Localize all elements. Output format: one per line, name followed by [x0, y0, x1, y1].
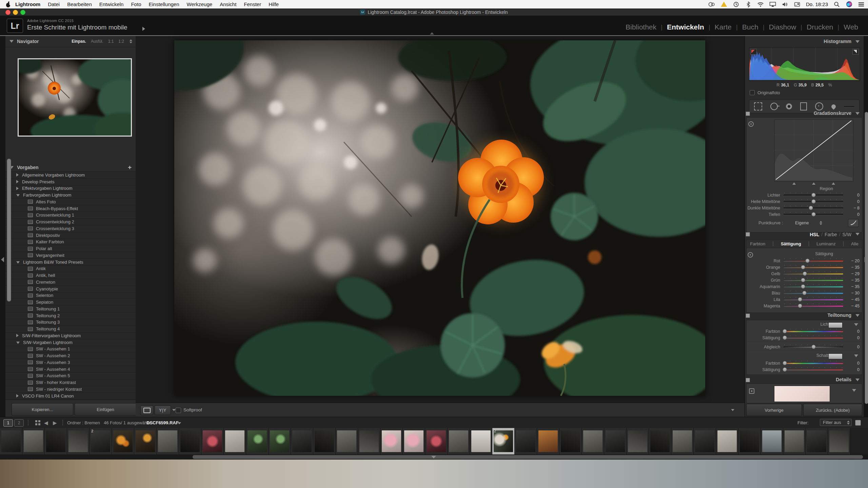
- filmstrip-thumb-26[interactable]: [559, 428, 582, 454]
- histogram-header[interactable]: Histogramm: [745, 37, 864, 46]
- split-toning-panel-toggle[interactable]: [746, 313, 750, 318]
- menu-item-entwickeln[interactable]: Entwickeln: [96, 1, 127, 7]
- hsl-collapse-icon[interactable]: [855, 233, 860, 236]
- hsl-panel-toggle[interactable]: [746, 232, 750, 237]
- menu-item-foto[interactable]: Foto: [127, 1, 145, 7]
- shadows-saturation-slider-track[interactable]: [784, 366, 843, 373]
- tone-curve-panel-toggle[interactable]: [746, 111, 750, 116]
- filmstrip-thumb-13[interactable]: [269, 428, 291, 454]
- region-slider-lichter-track[interactable]: [784, 192, 843, 198]
- preset-item-sw-aussehen-1[interactable]: SW - Aussehen 1: [5, 346, 136, 353]
- filmstrip-thumb-2[interactable]: [22, 428, 45, 454]
- before-after-dropdown-icon[interactable]: [172, 409, 176, 411]
- preset-item-crossentwicklung-3[interactable]: Crossentwicklung 3: [5, 225, 136, 232]
- preset-item-crossentwicklung-1[interactable]: Crossentwicklung 1: [5, 212, 136, 219]
- copy-button[interactable]: Kopieren...: [12, 403, 73, 415]
- toolbar-options-arrow[interactable]: [731, 409, 734, 411]
- shadows-hue-slider-thumb[interactable]: [783, 361, 787, 365]
- filmstrip-thumb-38[interactable]: [828, 428, 850, 454]
- balance-slider-thumb[interactable]: [811, 345, 816, 349]
- highlights-hue-slider[interactable]: Farbton0: [745, 328, 864, 334]
- main-window-button[interactable]: 1: [3, 419, 13, 427]
- hsl-saturation-slider-rot-track[interactable]: [784, 258, 843, 264]
- region-slider-tiefen[interactable]: Tiefen0: [745, 211, 864, 218]
- hsl-saturation-slider-grün[interactable]: Grün− 35: [745, 277, 864, 283]
- preset-item-sw-hoher-kontrast[interactable]: SW - hoher Kontrast: [5, 379, 136, 386]
- previous-button[interactable]: Vorherige: [746, 404, 802, 416]
- filmstrip-thumb-21[interactable]: [448, 428, 470, 454]
- hsl-saturation-slider-lila-thumb[interactable]: [798, 297, 802, 302]
- hsl-saturation-slider-rot[interactable]: Rot− 20: [745, 258, 864, 264]
- filmstrip-thumb-5[interactable]: 2: [90, 428, 112, 454]
- curve-split-marker-highlights[interactable]: [832, 182, 835, 185]
- preset-item-vergangenheit[interactable]: Vergangenheit: [5, 252, 136, 259]
- hsl-mode-sw[interactable]: S/W: [843, 232, 851, 237]
- region-slider-helle-mitteltöne-thumb[interactable]: [811, 199, 816, 204]
- filmstrip-collapse-arrow[interactable]: [431, 456, 436, 459]
- hsl-saturation-slider-magenta-track[interactable]: [784, 303, 843, 309]
- hsl-mode-hsl[interactable]: HSL: [810, 232, 819, 237]
- preset-folder-effektvorgaben-lightroom[interactable]: Effektvorgaben Lightroom: [5, 185, 136, 192]
- menu-item-einstellungen[interactable]: Einstellungen: [145, 1, 183, 7]
- hsl-saturation-slider-orange-thumb[interactable]: [801, 265, 805, 269]
- shadows-saturation-slider[interactable]: Sättigung0: [745, 366, 864, 373]
- balance-slider[interactable]: Abgleich0: [745, 344, 864, 350]
- filmstrip-thumb-27[interactable]: [582, 428, 604, 454]
- wifi-icon[interactable]: [757, 1, 764, 8]
- shadows-swatch-arrow[interactable]: [854, 354, 858, 357]
- folder-breadcrumb[interactable]: Ordner : Bremen: [67, 420, 100, 425]
- grid-view-icon[interactable]: [35, 420, 40, 425]
- hsl-saturation-slider-aquamarin-track[interactable]: [784, 283, 843, 290]
- hsl-saturation-slider-rot-thumb[interactable]: [805, 259, 810, 263]
- split-toning-collapse-icon[interactable]: [855, 314, 860, 317]
- hsl-saturation-slider-aquamarin-thumb[interactable]: [801, 284, 805, 289]
- filmstrip-thumb-14[interactable]: [291, 428, 313, 454]
- hsl-saturation-slider-grün-track[interactable]: [784, 277, 843, 283]
- filmstrip-thumb-3[interactable]: [45, 428, 67, 454]
- filmstrip-thumb-22[interactable]: [470, 428, 492, 454]
- hsl-saturation-slider-gelb[interactable]: Gelb− 29: [745, 270, 864, 277]
- main-photo[interactable]: [174, 40, 705, 396]
- preset-item-cremeton[interactable]: Cremeton: [5, 279, 136, 286]
- hsl-tab-farbton[interactable]: Farbton: [750, 241, 765, 246]
- hsl-saturation-slider-blau-track[interactable]: [784, 290, 843, 296]
- menu-item-ansicht[interactable]: Ansicht: [216, 1, 240, 7]
- preset-folder-vsco-film-01-lr4-canon[interactable]: VSCO Film 01 LR4 Canon: [5, 393, 136, 400]
- region-slider-dunkle-mitteltöne-track[interactable]: [784, 205, 843, 211]
- original-photo-checkbox[interactable]: [750, 90, 755, 95]
- folder-closed-icon[interactable]: [16, 173, 19, 177]
- filmstrip-thumb-17[interactable]: [358, 428, 380, 454]
- module-tab-diashow[interactable]: Diashow: [765, 23, 801, 31]
- identity-headline[interactable]: Erste Schritte mit Lightroom mobile: [27, 24, 127, 31]
- hsl-tab-alle[interactable]: Alle: [851, 241, 859, 246]
- filmstrip-thumb-34[interactable]: [738, 428, 761, 454]
- hsl-tab-sättigung[interactable]: Sättigung: [781, 241, 801, 246]
- curve-split-marker-shadows[interactable]: [792, 182, 796, 185]
- menu-item-fenster[interactable]: Fenster: [240, 1, 265, 7]
- airplay-icon[interactable]: [769, 1, 776, 8]
- adjustment-brush-tool-icon[interactable]: [831, 104, 836, 109]
- shadows-color-swatch[interactable]: [828, 353, 843, 359]
- region-slider-helle-mitteltöne[interactable]: Helle Mitteltöne0: [745, 198, 864, 205]
- details-header[interactable]: Details: [745, 375, 864, 384]
- reset-button[interactable]: Zurücks. (Adobe): [803, 404, 862, 416]
- filmstrip-thumb-8[interactable]: [157, 428, 179, 454]
- folder-closed-icon[interactable]: [16, 187, 19, 190]
- preset-folder-s-w-vorgaben-lightroom[interactable]: S/W-Vorgaben Lightroom: [5, 339, 136, 346]
- filmstrip-thumb-16[interactable]: [336, 428, 358, 454]
- siri-menu-icon[interactable]: [846, 1, 852, 8]
- hsl-saturation-slider-aquamarin[interactable]: Aquamarin− 35: [745, 283, 864, 290]
- details-collapse-icon[interactable]: [855, 379, 860, 381]
- hsl-saturation-slider-magenta[interactable]: Magenta− 45: [745, 303, 864, 309]
- navigator-zoom-einpas[interactable]: Einpas.: [72, 39, 86, 44]
- preset-item-sw-aussehen-5[interactable]: SW - Aussehen 5: [5, 373, 136, 380]
- curve-split-marker-mid[interactable]: [812, 182, 815, 185]
- menu-bar-clock[interactable]: Do. 18:23: [806, 1, 828, 7]
- folder-closed-icon[interactable]: [16, 180, 19, 183]
- highlights-hue-slider-track[interactable]: [784, 328, 843, 334]
- region-slider-tiefen-thumb[interactable]: [811, 212, 816, 217]
- hsl-tab-luminanz[interactable]: Luminanz: [816, 241, 835, 246]
- hsl-saturation-slider-lila[interactable]: Lila− 45: [745, 296, 864, 303]
- menu-item-bearbeiten[interactable]: Bearbeiten: [63, 1, 96, 7]
- preset-item-sw-aussehen-2[interactable]: SW - Aussehen 2: [5, 352, 136, 359]
